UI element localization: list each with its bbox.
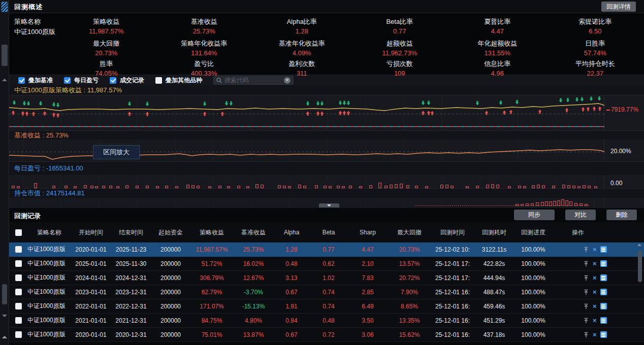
- stat-item: 基准年化收益率4.09%: [253, 39, 351, 57]
- collapse-panel-handle[interactable]: [319, 203, 339, 208]
- overlay-checkbox-item[interactable]: 叠加基准: [18, 76, 53, 85]
- column-header: 基准收益: [234, 228, 273, 237]
- table-row[interactable]: 中证1000原版2022-01-012022-12-31200000171.07…: [9, 299, 644, 314]
- search-input[interactable]: [224, 77, 281, 84]
- delete-record-icon[interactable]: ×: [593, 317, 597, 324]
- row-select-cell[interactable]: [9, 246, 27, 253]
- pin-top-icon[interactable]: [583, 318, 589, 324]
- stat-label: 盈亏比: [155, 59, 253, 68]
- row-checkbox[interactable]: [15, 260, 22, 267]
- pin-top-icon[interactable]: [583, 261, 589, 267]
- row-select-cell[interactable]: [9, 331, 27, 338]
- delete-record-icon[interactable]: ×: [593, 274, 597, 281]
- clear-search-icon[interactable]: ✕: [284, 77, 291, 84]
- stat-item: Beta比率0.77: [351, 17, 449, 37]
- row-checkbox[interactable]: [15, 246, 22, 253]
- cell: 20.73%: [388, 246, 431, 253]
- checkbox-checked[interactable]: [18, 77, 25, 84]
- column-header: Beta: [310, 229, 347, 236]
- compare-button[interactable]: 对比: [565, 210, 596, 220]
- log-icon[interactable]: [600, 303, 607, 309]
- delete-record-icon[interactable]: ×: [593, 303, 597, 309]
- checkbox-checked[interactable]: [110, 77, 116, 84]
- cell: 中证1000原版: [27, 288, 71, 296]
- row-checkbox[interactable]: [15, 274, 22, 281]
- stat-item: 基准收益25.73%: [155, 17, 253, 37]
- backtest-detail-button[interactable]: 回测详情: [601, 2, 636, 12]
- row-select-cell[interactable]: [9, 317, 27, 324]
- row-select-cell[interactable]: [9, 289, 27, 295]
- checkbox-checked[interactable]: [64, 77, 71, 84]
- log-icon[interactable]: [600, 246, 607, 253]
- overlay-checkbox-item[interactable]: 每日盈亏: [64, 76, 99, 85]
- cell: 306.79%: [190, 274, 234, 282]
- pin-top-icon[interactable]: [583, 275, 589, 281]
- stat-label: Beta比率: [351, 17, 449, 26]
- delete-record-icon[interactable]: ×: [593, 331, 597, 338]
- daily-pnl-chart[interactable]: 0.00: [9, 175, 644, 188]
- cell: 451.29s: [474, 317, 514, 324]
- cell: 100.00%: [514, 331, 553, 338]
- delete-record-icon[interactable]: ×: [593, 289, 597, 295]
- records-title: 回测记录: [14, 212, 41, 221]
- overlay-checkbox-item[interactable]: 叠加其他品种: [155, 76, 202, 85]
- overlay-checkbox-item[interactable]: 成交记录: [110, 76, 144, 85]
- app-logo-icon[interactable]: [1, 2, 8, 12]
- pin-top-icon[interactable]: [583, 247, 589, 253]
- rail-scroll-thumb[interactable]: [2, 284, 7, 304]
- stat-item: 信息比率4.96: [448, 59, 546, 77]
- strategy-return-chart[interactable]: 7919.77%: [9, 95, 644, 130]
- scrollbar-up-icon[interactable]: [637, 244, 641, 246]
- log-icon[interactable]: [600, 260, 607, 267]
- stat-value: 1.28: [253, 27, 351, 35]
- pin-top-icon[interactable]: [583, 332, 589, 338]
- delete-record-icon[interactable]: ×: [593, 246, 597, 253]
- stat-label: 胜率: [57, 59, 155, 68]
- scroll-up-icon[interactable]: [2, 79, 7, 81]
- symbol-search-box[interactable]: ✕: [213, 76, 294, 85]
- row-checkbox[interactable]: [15, 289, 22, 295]
- cell: 3122.11s: [474, 246, 514, 253]
- pin-top-icon[interactable]: [583, 303, 589, 309]
- scroll-down-icon[interactable]: [2, 315, 7, 317]
- cell: 1.91: [273, 303, 310, 310]
- row-checkbox[interactable]: [15, 317, 22, 324]
- delete-record-icon[interactable]: ×: [593, 260, 597, 267]
- log-icon[interactable]: [600, 317, 607, 324]
- select-all-checkbox[interactable]: [15, 229, 22, 236]
- rail-handle[interactable]: [2, 45, 8, 66]
- backtest-records-section: 回测记录 同步 对比 删除 策略名称开始时间结束时间起始资金策略收益基准收益Al…: [9, 208, 644, 345]
- records-scrollbar[interactable]: [637, 244, 642, 342]
- row-checkbox[interactable]: [15, 303, 22, 309]
- benchmark-return-chart[interactable]: 区间放大 20.00%: [9, 140, 644, 161]
- table-row[interactable]: 中证1000原版2024-01-012024-12-31200000306.79…: [9, 271, 644, 285]
- backtest-app: 回测概述 回测详情 策略名称中证1000原版策略收益11,987.57%基准收益…: [0, 0, 644, 345]
- table-row[interactable]: 中证1000原版2021-01-012021-12-3120000084.75%…: [9, 314, 644, 328]
- row-select-cell[interactable]: [9, 303, 27, 309]
- log-icon[interactable]: [600, 274, 607, 281]
- scrollbar-thumb[interactable]: [638, 251, 642, 282]
- pin-top-icon[interactable]: [583, 289, 589, 295]
- table-row[interactable]: 中证1000原版2025-01-012025-11-3020000051.72%…: [9, 257, 644, 271]
- stat-label: Alpha比率: [253, 17, 351, 26]
- stat-value: 4.09%: [253, 49, 351, 57]
- table-row[interactable]: 中证1000原版2020-01-012020-12-3120000075.01%…: [9, 328, 644, 342]
- range-zoom-button[interactable]: 区间放大: [93, 145, 140, 159]
- table-row[interactable]: 中证1000原版2023-01-012023-12-3120000062.79%…: [9, 285, 644, 299]
- cell: 0.48: [273, 260, 310, 267]
- stat-label: 盈利次数: [253, 59, 351, 68]
- sync-button[interactable]: 同步: [514, 210, 555, 220]
- log-icon[interactable]: [600, 331, 607, 338]
- strategy-chart-title: 中证1000原版策略收益 : 11,987.57%: [9, 85, 644, 95]
- position-value-chart[interactable]: [9, 198, 644, 208]
- row-select-cell[interactable]: [9, 260, 27, 267]
- column-header: 结束时间: [111, 228, 151, 237]
- expand-up-icon[interactable]: [2, 336, 7, 338]
- select-all-cell[interactable]: [9, 229, 27, 236]
- delete-button[interactable]: 删除: [606, 210, 637, 220]
- row-checkbox[interactable]: [15, 331, 22, 338]
- row-select-cell[interactable]: [9, 274, 27, 281]
- log-icon[interactable]: [600, 289, 607, 295]
- checkbox-unchecked[interactable]: [155, 77, 162, 84]
- table-row[interactable]: 中证1000原版2020-01-012025-11-2320000011,987…: [9, 243, 644, 257]
